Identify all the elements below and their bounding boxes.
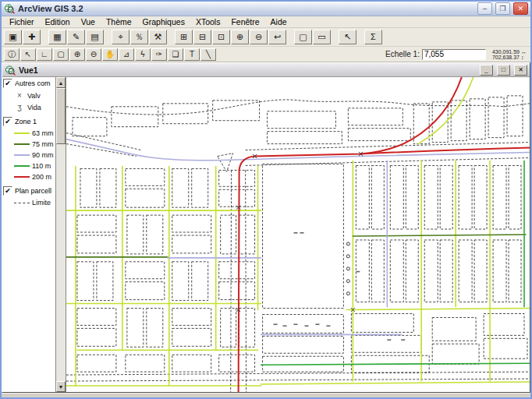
- theme-checkbox[interactable]: ✔: [3, 79, 12, 88]
- edit-legend-button[interactable]: ✎: [67, 30, 85, 44]
- menu-thème[interactable]: Thème: [101, 17, 137, 26]
- parcel-block: [213, 101, 260, 121]
- map-label: [294, 232, 298, 234]
- zoom-in-tool-tool[interactable]: ⊕: [69, 48, 85, 61]
- parcel-block: [172, 168, 189, 207]
- scroll-thumb[interactable]: [56, 88, 66, 144]
- vidange-icon: [346, 280, 349, 283]
- draw-tool[interactable]: ╲: [200, 48, 216, 61]
- pointer-tool[interactable]: ↖: [20, 48, 36, 61]
- parcel-block: [172, 328, 211, 346]
- pan-tool[interactable]: ✋: [102, 48, 118, 61]
- query-builder-button[interactable]: ⚒: [149, 30, 167, 44]
- vertex-edit-tool[interactable]: ∟: [37, 48, 52, 61]
- arcview-window: ArcView GIS 3.2 – ❐ ✕ FichierEditionVueT…: [0, 0, 532, 399]
- menu-aide[interactable]: Aide: [266, 17, 292, 26]
- legend-symbol-icon: ×: [14, 91, 25, 100]
- parcel-block: [77, 215, 116, 232]
- zoom-out-tool-tool[interactable]: ⊖: [86, 48, 101, 61]
- toc-theme: ✔Autres com×ValvʒVida: [3, 79, 55, 111]
- parcel-block: [424, 240, 438, 302]
- coordinate-readout: 430,091.59 702,638.37 ↔ ↕: [492, 49, 527, 60]
- parcel-block: [239, 215, 255, 254]
- parcel-block: [172, 355, 211, 372]
- map-canvas[interactable]: [66, 77, 530, 392]
- vidange-icon: [346, 267, 349, 270]
- menu-xtools[interactable]: XTools: [191, 17, 225, 26]
- app-titlebar[interactable]: ArcView GIS 3.2 – ❐ ✕: [2, 2, 530, 16]
- zoom-out-button[interactable]: ⊖: [250, 30, 268, 44]
- clear-selection-button[interactable]: ▭: [313, 30, 331, 44]
- view-close-button[interactable]: ✕: [514, 65, 527, 76]
- menu-fenêtre[interactable]: Fenêtre: [226, 17, 264, 26]
- parcel-block: [390, 240, 403, 302]
- theme-checkbox[interactable]: ✔: [3, 117, 12, 126]
- theme-properties-button[interactable]: ▦: [48, 30, 66, 44]
- locate-address-button[interactable]: ％: [130, 30, 148, 44]
- parcel-block: [356, 165, 369, 229]
- add-theme-button[interactable]: ✚: [23, 30, 41, 44]
- zoom-selected-button[interactable]: ⊡: [212, 30, 230, 44]
- zoom-full-extent-button[interactable]: ⊞: [175, 30, 193, 44]
- zoom-previous-button[interactable]: ↩: [268, 30, 286, 44]
- legend-swatch: [14, 165, 30, 167]
- legend-label: 200 m: [32, 173, 51, 181]
- vidange-icon: [346, 242, 349, 245]
- parcel-block: [73, 118, 107, 136]
- zoom-in-button[interactable]: ⊕: [231, 30, 249, 44]
- save-project-button[interactable]: ▣: [4, 30, 22, 44]
- map-label: [300, 232, 303, 234]
- minimize-button[interactable]: –: [477, 2, 492, 15]
- legend-item: 110 m: [14, 162, 55, 170]
- legend-item: ʒVida: [14, 103, 55, 111]
- parcel-block: [509, 240, 521, 302]
- menu-fichier[interactable]: Fichier: [5, 17, 39, 26]
- parcel-block: [126, 168, 165, 185]
- theme-header[interactable]: ✔Plan parcell: [3, 186, 55, 196]
- toc-scrollbar[interactable]: ▲ ▼: [56, 77, 66, 392]
- menu-vue[interactable]: Vue: [76, 17, 100, 26]
- open-theme-table-button[interactable]: ▤: [86, 30, 104, 44]
- theme-name[interactable]: Plan parcell: [15, 187, 51, 195]
- view-titlebar[interactable]: Vue1 _ □ ✕: [2, 63, 530, 77]
- measure-tool[interactable]: ⊿: [119, 48, 134, 61]
- callout-tool[interactable]: ❏: [168, 48, 183, 61]
- hotlink-tool[interactable]: ϟ: [135, 48, 151, 61]
- help-pointer-button[interactable]: ↖: [339, 30, 356, 44]
- label-tool[interactable]: ✑: [151, 48, 167, 61]
- theme-header[interactable]: ✔Zone 1: [3, 117, 55, 126]
- map-view[interactable]: [66, 77, 530, 392]
- find-button[interactable]: ⌖: [112, 30, 129, 44]
- workspace-strip: [2, 393, 530, 397]
- restore-button[interactable]: ❐: [495, 2, 510, 15]
- scroll-up-icon[interactable]: ▲: [56, 77, 66, 88]
- view-maximize-button[interactable]: □: [497, 65, 510, 76]
- close-button[interactable]: ✕: [513, 2, 528, 15]
- text-tool[interactable]: T: [184, 48, 200, 61]
- parcel-block: [371, 165, 384, 229]
- legend-item: 63 mm: [14, 129, 55, 137]
- app-title: ArcView GIS 3.2: [18, 4, 474, 13]
- menu-graphiques[interactable]: Graphiques: [138, 17, 190, 26]
- zoom-active-theme-button[interactable]: ⊟: [193, 30, 211, 44]
- parcel-block: [77, 235, 116, 253]
- scroll-down-icon[interactable]: ▼: [56, 381, 66, 392]
- theme-name[interactable]: Zone 1: [15, 118, 37, 125]
- theme-name[interactable]: Autres com: [15, 79, 51, 87]
- parcel-block: [488, 97, 504, 138]
- scale-input[interactable]: [422, 49, 486, 60]
- pipe-p63: [346, 309, 530, 310]
- theme-checkbox[interactable]: ✔: [3, 186, 12, 196]
- select-features-button[interactable]: ▢: [294, 30, 312, 44]
- parcel-block: [77, 328, 116, 346]
- roundabout: [218, 154, 233, 172]
- parcel-block: [219, 189, 255, 207]
- statistics-button[interactable]: Σ: [364, 30, 382, 44]
- parcel-block: [351, 335, 421, 352]
- select-feature-tool[interactable]: ▢: [53, 48, 69, 61]
- map-label: [326, 325, 330, 327]
- identify-tool[interactable]: ⓘ: [4, 48, 20, 61]
- theme-header[interactable]: ✔Autres com: [3, 79, 55, 88]
- menu-edition[interactable]: Edition: [41, 17, 75, 26]
- view-minimize-button[interactable]: _: [480, 65, 493, 76]
